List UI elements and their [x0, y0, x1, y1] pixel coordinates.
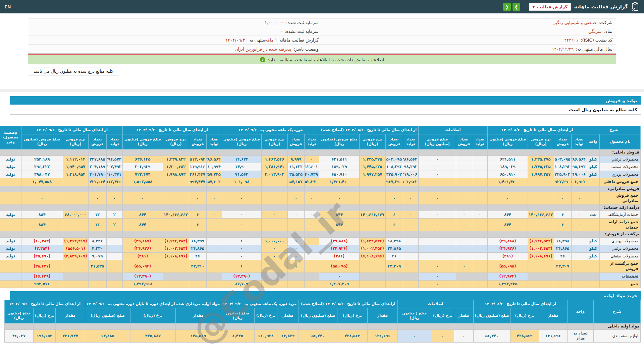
- column-header: مبلغ (میلیون ریال): [4, 308, 33, 323]
- cell: [456, 273, 472, 281]
- cell: [528, 192, 554, 205]
- cell: ۰: [418, 192, 456, 205]
- cell: ۰: [418, 156, 456, 163]
- column-header: تعداد تولید: [403, 134, 418, 149]
- cell: ۱۴,۹۰۰: [222, 163, 261, 171]
- section-row: مواد اولیه داخلی: [4, 323, 640, 330]
- data-row: محصولات پودريکیلو۱۸,۳۹۸(۱,۶۲۴,۵۲۴)(۲۹,۸۸…: [0, 237, 641, 245]
- cell: ۳۹۸,۰۴۷: [21, 171, 63, 178]
- column-header: مقدار: [175, 308, 221, 323]
- cell: ۰: [431, 329, 454, 342]
- cell: [106, 237, 122, 245]
- cell: ۱۰۸,۲۹۳: [554, 163, 572, 171]
- cell: [403, 237, 418, 245]
- cell: ۵۰۳,۰۹۵: [385, 156, 403, 163]
- cell: [359, 149, 385, 156]
- cell: [287, 231, 304, 238]
- cell: [163, 231, 189, 238]
- cell: [63, 205, 88, 211]
- cell: [403, 245, 418, 253]
- fiscal-year-label: سال مالی منتهی به:: [576, 47, 612, 52]
- cell: ۶۴,۸۸۵: [85, 329, 130, 342]
- cell: [528, 219, 554, 231]
- cell: تعداد به هزار: [568, 329, 594, 342]
- cell: [385, 186, 403, 192]
- cell: ۳۸۶,۵۶۴: [206, 156, 222, 163]
- cell: [261, 280, 287, 288]
- cell: ۵۰۳,۰۹۵: [554, 156, 572, 163]
- cell: ۸۸۴: [21, 219, 63, 231]
- cell: [403, 260, 418, 273]
- fiscal-year-row: سال مالی منتهی به: ۱۴۰۴/۱۲/۲۹: [322, 45, 616, 53]
- cell: [397, 323, 431, 330]
- cell: [33, 323, 55, 330]
- cell: ۳۹۴,۵۷۳: [106, 156, 122, 163]
- cell: ۹۳۷,۲۹۰: [385, 178, 403, 186]
- report-navigation: ❯ ❮: [503, 3, 520, 11]
- cell: [528, 231, 554, 238]
- cell: ۸۴۴: [122, 211, 163, 219]
- production-sales-table: شرحاز ابتدای سال مالی تا تاریخ ۱۴۰۴/۰۸/۳…: [0, 126, 641, 288]
- cell: [473, 323, 510, 330]
- cell: (۱,۲۶۲,۲۱۷): [63, 237, 88, 245]
- row-label: محصولات صنعتي: [600, 252, 641, 260]
- cell: ۱۸,۳۹۸: [554, 237, 572, 245]
- cell: ۱,۰۰۰,۰۰۰: [261, 237, 287, 245]
- column-header: مبلغ (میلیون ریال): [221, 308, 254, 323]
- language-toggle[interactable]: EN: [5, 4, 11, 9]
- cell: [21, 231, 63, 238]
- cell: (۱,۰۰۲,۴۵۳): [163, 245, 189, 253]
- cell: ۴۶,۰۳۷: [4, 329, 33, 342]
- nav-next-button[interactable]: ❯: [513, 3, 520, 11]
- column-header: تعداد فروش: [554, 134, 572, 149]
- cell: ۱,۹۹۷,۲۵۷: [528, 171, 554, 178]
- total-row: جمع درآمد ارائه خدمات۰۶۸۴۴۰۰۰۰۶۸۴۴۰۰۰۰۶۸…: [0, 219, 641, 231]
- cell: [528, 178, 554, 186]
- cell: [206, 260, 222, 273]
- cell: [319, 149, 359, 156]
- section-bar-production-sales: تولید و فروش: [10, 96, 641, 105]
- total-row: تخفیفات(۱۲,۹۷۴)۰۰(۱۳,۳۹۰)(۱۳,۳۹۰)(۱۶,۴۳۹…: [0, 273, 641, 281]
- cell: [528, 273, 554, 281]
- column-header: مقدار: [277, 308, 299, 323]
- nav-prev-button[interactable]: ❮: [503, 3, 511, 11]
- cell: (۲۹,۸۸۷): [122, 237, 163, 245]
- cell: ۰: [456, 219, 472, 231]
- cell: ۰: [454, 329, 473, 342]
- cell: [63, 280, 88, 288]
- cell: (۱۳,۳۹۰): [122, 273, 163, 281]
- cell: [221, 323, 254, 330]
- cell: [431, 323, 454, 330]
- issuer-status-row: وضعیت ناشر: پذیرفته شده در فرابورس ایران: [28, 45, 322, 53]
- column-header: مبلغ فروش (میلیون ریال): [319, 134, 359, 149]
- cell: کیلو: [587, 237, 600, 245]
- cell: [456, 280, 472, 288]
- cell: ۱: [222, 260, 261, 273]
- row-label: جمع فروش داخلی: [600, 178, 641, 186]
- row-label: خدمات آزمایشگاهی: [600, 211, 641, 219]
- column-group-header: شرح: [594, 300, 641, 323]
- cell: ۸۴۴: [319, 211, 359, 219]
- cell: تولید: [0, 171, 21, 178]
- cell: [554, 280, 572, 288]
- cell: ۹۸,۳۹۳: [572, 163, 587, 171]
- cell: [456, 149, 472, 156]
- section-bar-raw-materials: خرید مواد اولیه: [10, 291, 641, 300]
- cell: ۰: [106, 192, 122, 205]
- cell: [130, 323, 175, 330]
- row-label: محصولات صنعتي: [600, 163, 641, 171]
- cell: [487, 231, 528, 238]
- cell: [359, 231, 385, 238]
- cell: [403, 231, 418, 238]
- amounts-note-tab[interactable]: کلیه مبالغ درج شده به میلیون ریال می باش…: [28, 67, 119, 75]
- cell: ۱۳,۸۲۳: [277, 329, 299, 342]
- cell: [88, 186, 106, 192]
- cell: (۱,۰۰۲,۴۵۳): [359, 245, 385, 253]
- cell: ۰: [554, 192, 572, 205]
- report-type-dropdown[interactable]: گزارش فعالیت ▼: [529, 3, 571, 11]
- cell: [304, 149, 319, 156]
- raw-materials-table: شرحواحداز ابتدای سال مالی تا تاریخ ۱۴۰۴/…: [4, 300, 641, 343]
- cell: ۹,۹۹۹: [287, 156, 304, 163]
- column-group-header: از ابتدای سال مالی تا تاریخ ۱۴۰۴/۰۸/۳۰ (…: [319, 126, 418, 134]
- cell: ۱,۴۶۳,۵۴۶: [261, 156, 287, 163]
